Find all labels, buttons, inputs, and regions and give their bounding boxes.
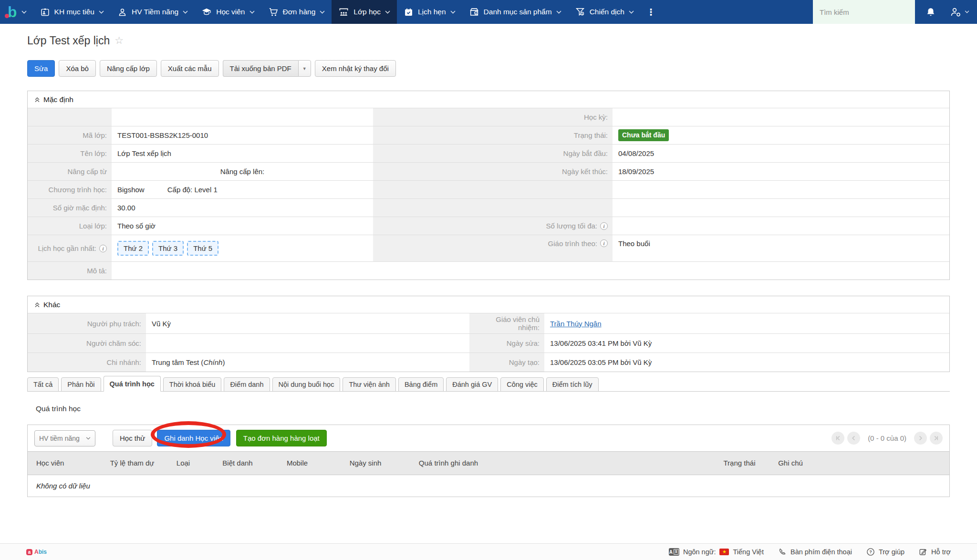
section-default-header[interactable]: Mặc định [28, 91, 949, 108]
nav-item-leads[interactable]: HV Tiềm năng [111, 0, 195, 24]
funnel-dollar-icon: $ [575, 7, 585, 17]
nav-item-label: Danh mục sản phẩm [484, 8, 552, 16]
schedule-chip: Thứ 5 [187, 241, 218, 256]
enroll-student-button[interactable]: Ghi danh Học viên [157, 430, 230, 446]
column-header-loai[interactable]: Loại [160, 457, 206, 470]
field-label-cham-soc: Người chăm sóc: [28, 334, 146, 353]
field-value-ten-lop: Lớp Test xếp lịch [112, 145, 373, 162]
bell-icon [925, 7, 936, 18]
info-icon[interactable]: i [600, 222, 608, 230]
info-icon[interactable]: i [99, 245, 107, 252]
tab-tat-ca[interactable]: Tất cả [27, 377, 59, 392]
phone-keyboard-button[interactable]: Bàn phím điện thoại [778, 548, 852, 556]
field-label-ma-lop: Mã lớp: [28, 126, 112, 144]
bulk-order-button[interactable]: Tạo đơn hàng hàng loạt [236, 430, 327, 446]
column-header-mobile[interactable]: Mobile [269, 457, 325, 470]
field-value-phu-trach: Vũ Kỳ [146, 313, 469, 333]
nav-more-menu[interactable]: ⋮ [641, 0, 661, 24]
abis-logo-icon: a [26, 549, 32, 555]
tab-danh-gia-gv[interactable]: Đánh giá GV [446, 377, 498, 392]
field-label-chuong-trinh: Chương trình học: [28, 181, 112, 198]
first-page-button[interactable] [831, 432, 844, 445]
field-label-text: Số lượng tối đa: [546, 222, 597, 230]
branch-name: Trung tâm Test ( [152, 358, 203, 366]
nav-item-product-catalog[interactable]: Danh mục sản phẩm [462, 0, 568, 24]
support-button[interactable]: Hỗ trợ [919, 548, 951, 556]
nav-item-campaigns[interactable]: $ Chiến dịch [568, 0, 641, 24]
nav-item-target-customers[interactable]: KH mục tiêu [33, 0, 111, 24]
prev-page-button[interactable] [847, 432, 860, 445]
column-header-trang-thai[interactable]: Trạng thái [711, 457, 768, 470]
column-header-ghi-chu[interactable]: Ghi chú [768, 457, 813, 470]
dropdown-arrow-icon: ▼ [302, 66, 307, 71]
chevron-down-icon [249, 10, 255, 14]
tab-phan-hoi[interactable]: Phản hồi [61, 377, 101, 392]
column-header-biet-danh[interactable]: Biệt danh [206, 457, 269, 470]
field-value-ma-lop: TEST001-BSBS2K125-0010 [112, 126, 373, 144]
teacher-link[interactable]: Trần Thúy Ngân [550, 320, 602, 328]
top-navbar: b KH mục tiêu HV Tiềm năng Học viên Đơn … [0, 0, 977, 24]
lead-filter-select[interactable]: HV tiềm năng [34, 430, 95, 446]
last-page-button[interactable] [930, 432, 943, 445]
field-value-nang-cap-len: Nâng cấp lên: [112, 163, 373, 180]
tab-thu-vien-anh[interactable]: Thư viện ảnh [343, 377, 395, 392]
field-label-gvcn: Giáo viên chủ nhiệm: [469, 313, 544, 333]
tab-qua-trinh-hoc[interactable]: Quá trình học [104, 376, 161, 392]
nav-item-students[interactable]: Học viên [195, 0, 261, 24]
cart-icon [268, 7, 279, 17]
nav-item-label: KH mục tiêu [54, 8, 94, 16]
column-header-ty-le-tham-du[interactable]: Tỷ lệ tham dự [104, 457, 160, 470]
pagination-label: (0 - 0 của 0) [868, 434, 906, 442]
app-logo-menu[interactable]: b [0, 0, 33, 24]
favorite-star-icon[interactable]: ☆ [114, 35, 124, 46]
delete-button[interactable]: Xóa bỏ [59, 60, 96, 77]
tab-bang-diem[interactable]: Bảng điểm [398, 377, 444, 392]
field-label-ngay-tao: Ngày tạo: [469, 353, 544, 372]
column-header-hoc-vien[interactable]: Học viên [28, 457, 104, 470]
nav-item-classes[interactable]: Lớp học [332, 0, 397, 24]
tab-noi-dung-buoi-hoc[interactable]: Nội dung buổi học [272, 377, 341, 392]
field-value-loai-lop: Theo số giờ [112, 217, 373, 235]
section-title: Khác [43, 301, 60, 309]
download-pdf-button[interactable]: Tải xuống bản PDF [223, 60, 298, 77]
class-group-icon [338, 7, 349, 18]
language-switcher[interactable]: A文 Ngôn ngữ: ★ Tiếng Việt [669, 548, 764, 556]
upgrade-class-button[interactable]: Nâng cấp lớp [100, 60, 157, 77]
enrollment-table-header: Học viên Tỷ lệ tham dự Loại Biệt danh Mo… [28, 451, 949, 475]
user-gear-icon [949, 6, 962, 18]
next-page-button[interactable] [914, 432, 927, 445]
download-pdf-dropdown[interactable]: ▼ [298, 60, 311, 77]
footer-logo[interactable]: a Abis [26, 549, 47, 555]
nav-item-appointments[interactable]: Lịch hẹn [397, 0, 462, 24]
nav-item-label: Lịch hẹn [418, 8, 446, 16]
info-icon[interactable]: i [600, 239, 608, 247]
view-changelog-button[interactable]: Xem nhật ký thay đổi [315, 60, 396, 77]
chevron-down-icon [183, 10, 188, 14]
column-header-qua-trinh-ghi-danh[interactable]: Quá trình ghi danh [405, 457, 491, 470]
edit-button[interactable]: Sửa [27, 60, 55, 77]
chevron-down-icon [629, 10, 634, 14]
first-page-icon [835, 436, 841, 441]
field-label-nang-cap-tu: Nâng cấp từ [28, 163, 112, 180]
field-value-ngay-bat-dau: 04/08/2025 [613, 145, 949, 162]
chevron-right-icon [918, 436, 923, 441]
help-button[interactable]: ? Trợ giúp [866, 548, 904, 556]
tab-diem-danh[interactable]: Điểm danh [224, 377, 270, 392]
notifications-button[interactable] [915, 0, 946, 24]
svg-text:$: $ [582, 12, 583, 15]
nav-item-orders[interactable]: Đơn hàng [261, 0, 332, 24]
chevron-down-icon [965, 10, 969, 13]
search-input[interactable] [820, 8, 915, 16]
export-templates-button[interactable]: Xuất các mẫu [161, 60, 219, 77]
tab-cong-viec[interactable]: Công việc [500, 377, 543, 392]
column-header-ngay-sinh[interactable]: Ngày sinh [325, 457, 405, 470]
field-value [613, 199, 949, 217]
tab-diem-tich-luy[interactable]: Điểm tích lũy [546, 377, 599, 392]
tab-thoi-khoa-bieu[interactable]: Thời khoá biểu [163, 377, 222, 392]
field-value-cham-soc [146, 334, 469, 353]
field-label-mo-ta: Mô tả: [28, 262, 112, 280]
section-other-header[interactable]: Khác [28, 296, 949, 313]
footer-bar: a Abis A文 Ngôn ngữ: ★ Tiếng Việt Bàn phí… [0, 543, 977, 560]
trial-button[interactable]: Học thử [113, 430, 152, 446]
user-menu[interactable] [946, 0, 977, 24]
